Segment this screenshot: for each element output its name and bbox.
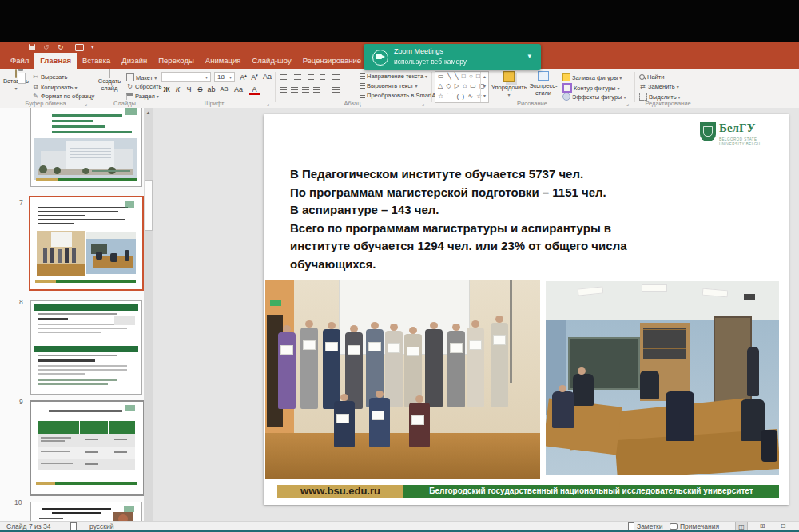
slide-text-line: институте обучается 1294 чел. или 23% от…: [290, 237, 654, 256]
layout-button[interactable]: Макет▾: [126, 73, 157, 81]
paragraph-dialog-launcher-icon[interactable]: ⌟: [422, 101, 424, 107]
bullets-icon[interactable]: [280, 74, 287, 80]
clipboard-group-label: Буфер обмена: [0, 100, 91, 107]
workspace: 7: [0, 108, 799, 521]
arrange-icon: [503, 71, 515, 82]
arrange-button[interactable]: Упорядочить ▾: [491, 71, 527, 98]
drawing-dialog-launcher-icon[interactable]: ⌟: [626, 101, 629, 107]
shapes-gallery[interactable]: ▭ ╲ ╲ □ ○ □ △ ◇ ▷ ⌂ ▭ ◻ ☆ ⌒ ( ) ∿ ☆ ▴▾▾: [435, 71, 489, 103]
text-direction-button[interactable]: Направление текста▾: [360, 73, 427, 80]
shapes-gallery-scroll[interactable]: ▴▾▾: [480, 72, 488, 102]
customize-quick-access-icon[interactable]: ▾: [91, 42, 94, 52]
cut-button[interactable]: ✂ Вырезать: [32, 73, 67, 81]
quick-styles-button[interactable]: Экспресс- стили: [528, 71, 559, 97]
thumbnail-slide-10[interactable]: [30, 502, 142, 521]
photo-classroom-discussion[interactable]: [546, 281, 779, 475]
shape-fill-button[interactable]: Заливка фигуры▾: [562, 73, 622, 81]
zoom-notification-title: Zoom Meetings: [394, 47, 443, 55]
decrease-indent-icon[interactable]: [308, 74, 314, 80]
scrollbar-thumb[interactable]: [145, 180, 153, 231]
format-painter-button[interactable]: ✎ Формат по образцу: [32, 93, 94, 100]
slide-canvas[interactable]: БелГУ BELGOROD STATE UNIVERSITY BELGU В …: [264, 114, 789, 505]
italic-button[interactable]: К: [173, 85, 183, 93]
divider: [515, 46, 515, 68]
thumbnail-number: 10: [14, 498, 22, 506]
justify-icon[interactable]: [313, 87, 320, 93]
columns-icon[interactable]: [332, 87, 340, 93]
underline-button[interactable]: Ч: [184, 85, 194, 93]
tab-design[interactable]: Дизайн: [116, 53, 153, 69]
replace-button[interactable]: ⇄ Заменить▾: [639, 83, 679, 90]
ribbon: Вставить ▾ ✂ Вырезать ⧉ Копировать ▾ ✎ Ф…: [0, 69, 799, 109]
copy-button[interactable]: ⧉ Копировать ▾: [32, 83, 77, 91]
grow-font-button[interactable]: А▴: [238, 73, 248, 81]
tab-home[interactable]: Главная: [34, 53, 77, 69]
paragraph-group-label: Абзац: [276, 100, 428, 107]
new-slide-icon: [109, 69, 110, 78]
slide-text-line: обучающихся.: [290, 256, 654, 274]
slide-thumbnail-pane: 7: [0, 108, 144, 521]
shape-outline-button[interactable]: Контур фигуры▾: [562, 83, 619, 93]
letterbox-top: [0, 0, 799, 42]
thumbnail-slide-9[interactable]: [30, 400, 144, 496]
thumbnail-slide-6[interactable]: [30, 108, 142, 187]
bold-button[interactable]: Ж: [161, 85, 172, 93]
increase-indent-icon[interactable]: [320, 74, 325, 80]
photo-students-certificates[interactable]: [265, 280, 540, 479]
thumbnail-slide-7-selected[interactable]: [29, 196, 144, 291]
align-right-icon[interactable]: [302, 87, 309, 93]
tab-insert[interactable]: Вставка: [77, 53, 116, 69]
tab-transitions[interactable]: Переходы: [153, 53, 200, 69]
line-spacing-icon[interactable]: [332, 74, 340, 80]
thumbnail-number: 9: [19, 398, 23, 406]
align-left-icon[interactable]: [280, 87, 287, 93]
slide-footer-url: www.bsu.edu.ru: [277, 485, 403, 498]
character-spacing-button[interactable]: АВ: [219, 85, 229, 93]
section-button[interactable]: Раздел▾: [126, 93, 159, 100]
numbering-icon[interactable]: [294, 74, 301, 80]
start-slideshow-icon[interactable]: [75, 44, 84, 51]
slide-text-line: По программам магистерской подготовки – …: [290, 184, 654, 202]
align-center-icon[interactable]: [291, 87, 298, 93]
editing-group-label: Редактирование: [636, 100, 700, 107]
font-dialog-launcher-icon[interactable]: ⌟: [267, 101, 269, 107]
new-slide-button[interactable]: Создать слайд: [95, 70, 124, 92]
clear-formatting-button[interactable]: Аа: [262, 73, 272, 81]
change-case-button[interactable]: Аа: [233, 85, 244, 93]
clipboard-dialog-launcher-icon[interactable]: ⌟: [85, 101, 87, 107]
undo-icon[interactable]: ↺: [43, 42, 50, 52]
drawing-group-label: Рисование: [433, 100, 631, 107]
section-icon: [126, 93, 133, 100]
font-color-button[interactable]: А: [249, 85, 260, 95]
format-painter-icon: ✎: [32, 93, 39, 100]
font-size-combo[interactable]: 18▾: [214, 72, 235, 82]
tab-animations[interactable]: Анимация: [200, 53, 247, 69]
zoom-webcam-notification[interactable]: Zoom Meetings использует веб-камеру ▾: [364, 44, 541, 70]
shield-icon: [700, 122, 716, 141]
tab-review[interactable]: Рецензирование: [297, 53, 367, 69]
slide-text-line: Всего по программам магистратуры и аспир…: [290, 220, 654, 238]
tab-file[interactable]: Файл: [5, 53, 34, 69]
save-icon[interactable]: [29, 44, 35, 50]
font-name-combo[interactable]: ▾: [161, 72, 211, 82]
paste-button[interactable]: Вставить ▾: [3, 70, 29, 92]
search-icon: [639, 74, 646, 81]
slide-text-box[interactable]: В Педагогическом институте обучается 573…: [290, 165, 654, 273]
scroll-up-icon[interactable]: ▴: [144, 109, 153, 116]
shrink-font-button[interactable]: А▾: [249, 73, 260, 81]
thumbnail-scrollbar[interactable]: ▴: [144, 108, 153, 521]
slides-group-label: Слайды: [94, 100, 155, 107]
thumbnail-slide-8[interactable]: [30, 300, 142, 395]
text-shadow-button[interactable]: ab: [206, 85, 217, 93]
comments-icon: [670, 523, 678, 530]
thumbnail-number: 7: [19, 199, 23, 207]
tab-slideshow[interactable]: Слайд-шоу: [246, 53, 296, 69]
redo-icon[interactable]: ↻: [58, 42, 64, 52]
align-text-button[interactable]: Выровнять текст▾: [360, 82, 417, 89]
find-button[interactable]: Найти: [639, 73, 664, 81]
chevron-down-icon[interactable]: ▾: [527, 52, 531, 60]
zoom-notification-subtitle: использует веб-камеру: [394, 58, 467, 66]
strikethrough-button[interactable]: S: [195, 85, 205, 93]
copy-icon: ⧉: [32, 83, 39, 91]
slide-text-line: В Педагогическом институте обучается 573…: [290, 165, 654, 184]
